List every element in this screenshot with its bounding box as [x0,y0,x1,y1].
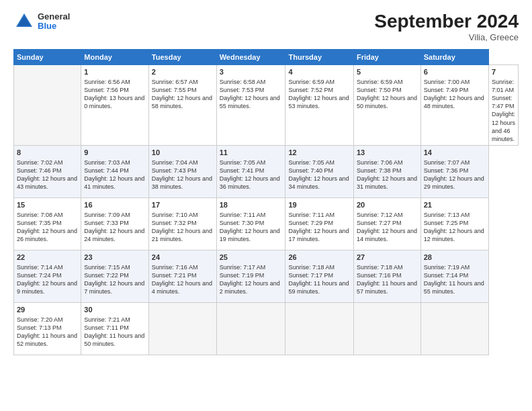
header: General Blue September 2024 Vilia, Greec… [13,11,519,42]
day-number: 30 [84,305,146,315]
sunset: Sunset: 7:19 PM [220,272,265,279]
title-block: September 2024 Vilia, Greece [374,11,519,42]
logo-text: General Blue [38,12,70,32]
sunrise: Sunrise: 7:04 AM [152,159,198,166]
sunrise: Sunrise: 7:13 AM [424,212,470,218]
col-monday: Monday [81,50,149,65]
col-saturday: Saturday [420,50,488,65]
sunrise: Sunrise: 6:59 AM [357,79,403,85]
day-number: 21 [424,200,486,210]
day-number: 13 [357,148,418,158]
table-row [353,302,420,355]
sunrise: Sunrise: 7:11 AM [220,212,266,218]
sunrise: Sunrise: 7:14 AM [17,264,63,271]
table-row: 1 Sunrise: 6:56 AM Sunset: 7:56 PM Dayli… [81,65,149,146]
table-row: 14 Sunrise: 7:07 AM Sunset: 7:36 PM Dayl… [420,145,488,197]
sunrise: Sunrise: 7:18 AM [357,264,403,271]
day-number: 17 [152,200,214,210]
daylight: Daylight: 13 hours and 0 minutes. [84,95,144,109]
table-row: 15 Sunrise: 7:08 AM Sunset: 7:35 PM Dayl… [14,197,81,250]
table-row: 5 Sunrise: 6:59 AM Sunset: 7:50 PM Dayli… [353,65,420,146]
table-row: 13 Sunrise: 7:06 AM Sunset: 7:38 PM Dayl… [353,145,420,197]
day-number: 6 [424,67,486,77]
table-row: 21 Sunrise: 7:13 AM Sunset: 7:25 PM Dayl… [420,197,488,250]
day-number: 26 [288,253,350,263]
table-row [420,302,488,355]
table-row: 11 Sunrise: 7:05 AM Sunset: 7:41 PM Dayl… [216,145,285,197]
day-number: 2 [152,67,214,77]
sunset: Sunset: 7:36 PM [424,167,469,174]
daylight: Daylight: 12 hours and 46 minutes. [492,111,515,142]
sunrise: Sunrise: 7:11 AM [288,212,335,218]
sunset: Sunset: 7:17 PM [288,272,333,279]
sunset: Sunset: 7:43 PM [152,167,197,174]
day-number: 11 [220,148,283,158]
col-thursday: Thursday [285,50,353,65]
daylight: Daylight: 12 hours and 58 minutes. [152,95,212,109]
sunrise: Sunrise: 7:20 AM [17,316,63,323]
page: General Blue September 2024 Vilia, Greec… [0,0,532,411]
table-row: 12 Sunrise: 7:05 AM Sunset: 7:40 PM Dayl… [285,145,353,197]
table-row: 23 Sunrise: 7:15 AM Sunset: 7:22 PM Dayl… [81,250,149,302]
sunrise: Sunrise: 7:03 AM [84,159,130,166]
location: Vilia, Greece [374,32,519,42]
sunset: Sunset: 7:49 PM [424,87,469,93]
sunrise: Sunrise: 7:10 AM [152,212,198,218]
day-number: 19 [288,200,350,210]
table-row: 8 Sunrise: 7:02 AM Sunset: 7:46 PM Dayli… [14,145,81,197]
sunrise: Sunrise: 7:19 AM [424,264,470,271]
table-row [285,302,353,355]
sunset: Sunset: 7:46 PM [17,167,62,174]
table-row: 16 Sunrise: 7:09 AM Sunset: 7:33 PM Dayl… [81,197,149,250]
day-number: 15 [17,200,78,210]
day-number: 12 [288,148,350,158]
table-row [216,302,285,355]
table-row: 28 Sunrise: 7:19 AM Sunset: 7:14 PM Dayl… [420,250,488,302]
table-row: 6 Sunrise: 7:00 AM Sunset: 7:49 PM Dayli… [420,65,488,146]
table-row: 29 Sunrise: 7:20 AM Sunset: 7:13 PM Dayl… [14,302,81,355]
calendar-header-row: Sunday Monday Tuesday Wednesday Thursday… [14,50,519,65]
table-row: 3 Sunrise: 6:58 AM Sunset: 7:53 PM Dayli… [216,65,285,146]
daylight: Daylight: 11 hours and 50 minutes. [84,332,144,347]
table-row: 25 Sunrise: 7:17 AM Sunset: 7:19 PM Dayl… [216,250,285,302]
daylight: Daylight: 12 hours and 26 minutes. [17,228,77,242]
col-tuesday: Tuesday [148,50,216,65]
sunset: Sunset: 7:55 PM [152,87,197,93]
sunrise: Sunrise: 7:02 AM [17,159,63,166]
table-row: 4 Sunrise: 6:59 AM Sunset: 7:52 PM Dayli… [285,65,353,146]
sunset: Sunset: 7:22 PM [84,272,129,279]
sunset: Sunset: 7:11 PM [84,324,129,331]
daylight: Daylight: 12 hours and 48 minutes. [424,95,484,109]
sunset: Sunset: 7:41 PM [220,167,265,174]
logo-general: General [38,12,70,21]
logo-blue: Blue [38,21,70,31]
calendar-week-row: 22 Sunrise: 7:14 AM Sunset: 7:24 PM Dayl… [14,250,519,302]
day-number: 4 [288,67,350,77]
table-row: 2 Sunrise: 6:57 AM Sunset: 7:55 PM Dayli… [148,65,216,146]
daylight: Daylight: 12 hours and 21 minutes. [152,228,212,242]
sunrise: Sunrise: 7:16 AM [152,264,198,271]
sunset: Sunset: 7:52 PM [288,87,333,93]
day-number: 28 [424,253,486,263]
sunrise: Sunrise: 7:08 AM [17,212,63,218]
daylight: Daylight: 12 hours and 17 minutes. [288,228,349,242]
daylight: Daylight: 12 hours and 43 minutes. [17,175,77,190]
sunrise: Sunrise: 6:57 AM [152,79,198,85]
logo-icon [13,11,35,32]
day-number: 25 [220,253,283,263]
sunrise: Sunrise: 7:21 AM [84,316,130,323]
day-number: 8 [17,148,78,158]
daylight: Daylight: 12 hours and 55 minutes. [220,95,280,109]
day-number: 1 [84,67,146,77]
sunset: Sunset: 7:29 PM [288,220,333,226]
sunset: Sunset: 7:50 PM [357,87,402,93]
sunrise: Sunrise: 7:15 AM [84,264,130,271]
calendar-week-row: 29 Sunrise: 7:20 AM Sunset: 7:13 PM Dayl… [14,302,519,355]
table-row: 10 Sunrise: 7:04 AM Sunset: 7:43 PM Dayl… [148,145,216,197]
table-row: 30 Sunrise: 7:21 AM Sunset: 7:11 PM Dayl… [81,302,149,355]
sunset: Sunset: 7:33 PM [84,220,129,226]
table-row: 24 Sunrise: 7:16 AM Sunset: 7:21 PM Dayl… [148,250,216,302]
daylight: Daylight: 12 hours and 24 minutes. [84,228,144,242]
daylight: Daylight: 11 hours and 59 minutes. [288,280,349,295]
sunrise: Sunrise: 7:00 AM [424,79,470,85]
